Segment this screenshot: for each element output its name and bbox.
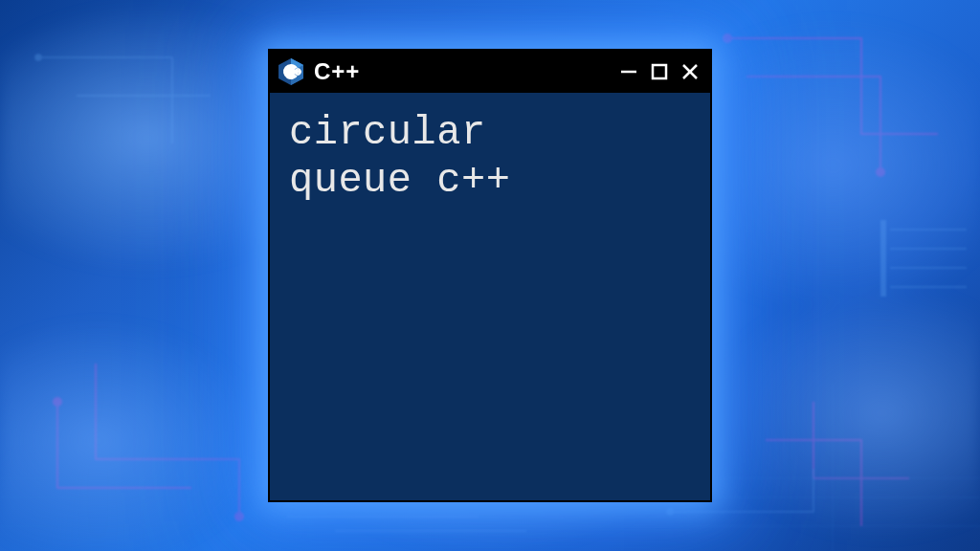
window-controls (618, 61, 701, 82)
cpp-logo-icon (276, 56, 306, 87)
svg-rect-11 (294, 72, 298, 73)
svg-rect-15 (653, 65, 666, 78)
minimize-button[interactable] (618, 61, 639, 82)
terminal-content: circular queue c++ (270, 93, 710, 222)
titlebar: C++ (270, 51, 710, 93)
close-button[interactable] (679, 61, 701, 82)
svg-rect-13 (298, 72, 301, 73)
terminal-window: C++ circular queue c++ (268, 49, 712, 502)
window-title: C++ (314, 58, 611, 85)
maximize-button[interactable] (649, 61, 670, 82)
